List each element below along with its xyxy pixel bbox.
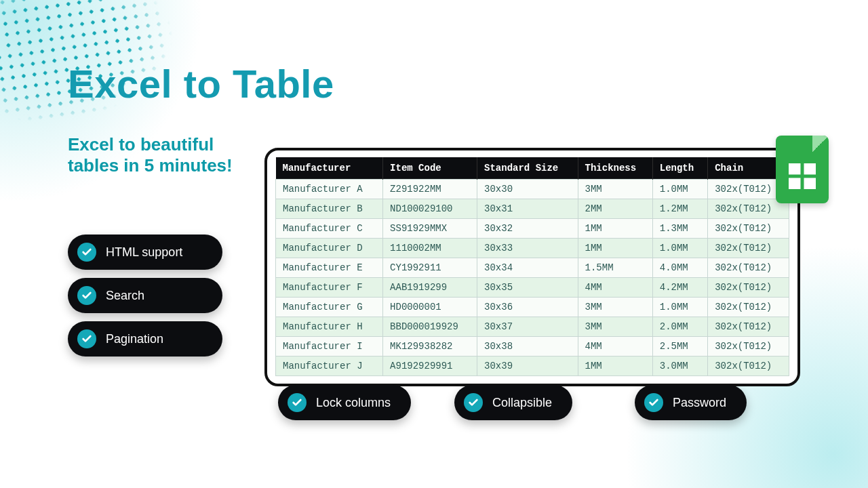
- table-cell: 1.5MM: [578, 258, 652, 278]
- table-row: Manufacturer AZ291922MM30x303MM1.0MM302x…: [276, 180, 789, 199]
- table-cell: 1.3MM: [652, 219, 707, 239]
- feature-pill-html: HTML support: [68, 235, 222, 270]
- table-cell: 302x(T012): [708, 337, 789, 357]
- table-cell: Manufacturer F: [276, 278, 383, 298]
- table-cell: 1.0MM: [652, 298, 707, 317]
- check-icon: [644, 393, 663, 412]
- table-cell: 30x38: [477, 337, 578, 357]
- table-row: Manufacturer ECY199291130x341.5MM4.0MM30…: [276, 258, 789, 278]
- table-cell: HD0000001: [383, 298, 477, 317]
- check-icon: [464, 393, 483, 412]
- table-row: Manufacturer FAAB191929930x354MM4.2MM302…: [276, 278, 789, 298]
- table-head: Manufacturer Item Code Standard Size Thi…: [276, 157, 789, 180]
- table-cell: 1MM: [578, 219, 652, 239]
- check-icon: [288, 393, 307, 412]
- table-cell: 30x35: [477, 278, 578, 298]
- table-cell: Z291922MM: [383, 180, 477, 199]
- col-header: Standard Size: [477, 157, 578, 180]
- table-cell: MK129938282: [383, 337, 477, 357]
- table-cell: CY1992911: [383, 258, 477, 278]
- table-cell: Manufacturer D: [276, 239, 383, 258]
- table-cell: Manufacturer C: [276, 219, 383, 239]
- table-cell: 1MM: [578, 239, 652, 258]
- col-header: Thickness: [578, 157, 652, 180]
- table-cell: 302x(T012): [708, 317, 789, 337]
- table-cell: 1.0MM: [652, 180, 707, 199]
- check-icon: [77, 329, 96, 348]
- page-title: Excel to Table: [68, 61, 334, 106]
- table-row: Manufacturer CSS91929MMX30x321MM1.3MM302…: [276, 219, 789, 239]
- table-cell: 2.0MM: [652, 317, 707, 337]
- table-cell: 30x37: [477, 317, 578, 337]
- check-icon: [77, 286, 96, 305]
- table-cell: Manufacturer H: [276, 317, 383, 337]
- col-header: Length: [652, 157, 707, 180]
- feature-label: Search: [106, 289, 144, 303]
- table-cell: Manufacturer A: [276, 180, 383, 199]
- table-row: Manufacturer HBBD00001992930x373MM2.0MM3…: [276, 317, 789, 337]
- feature-label: Password: [673, 396, 726, 410]
- table-cell: 30x39: [477, 357, 578, 376]
- table-body: Manufacturer AZ291922MM30x303MM1.0MM302x…: [276, 180, 789, 376]
- table-cell: 302x(T012): [708, 258, 789, 278]
- table-cell: 4.0MM: [652, 258, 707, 278]
- col-header: Item Code: [383, 157, 477, 180]
- col-header: Manufacturer: [276, 157, 383, 180]
- table-cell: Manufacturer G: [276, 298, 383, 317]
- table-cell: 4MM: [578, 337, 652, 357]
- table-cell: 302x(T012): [708, 298, 789, 317]
- table-cell: Manufacturer J: [276, 357, 383, 376]
- feature-label: Collapsible: [492, 396, 552, 410]
- table-cell: 4MM: [578, 278, 652, 298]
- table-cell: 1.2MM: [652, 199, 707, 219]
- page-subtitle: Excel to beautiful tables in 5 minutes!: [68, 134, 244, 176]
- table-cell: ND100029100: [383, 199, 477, 219]
- table-cell: 1MM: [578, 357, 652, 376]
- table-cell: Manufacturer E: [276, 258, 383, 278]
- feature-pill-search: Search: [68, 278, 222, 313]
- table-cell: 3MM: [578, 180, 652, 199]
- table-cell: 30x33: [477, 239, 578, 258]
- table-cell: AAB1919299: [383, 278, 477, 298]
- table-cell: 302x(T012): [708, 199, 789, 219]
- feature-pill-lock-columns: Lock columns: [278, 385, 411, 420]
- table-cell: 3.0MM: [652, 357, 707, 376]
- spreadsheet-icon: [776, 136, 829, 203]
- table-cell: SS91929MMX: [383, 219, 477, 239]
- check-icon: [77, 243, 96, 262]
- table-cell: 3MM: [578, 298, 652, 317]
- table-row: Manufacturer GHD000000130x363MM1.0MM302x…: [276, 298, 789, 317]
- table-cell: A9192929991: [383, 357, 477, 376]
- table-cell: BBD000019929: [383, 317, 477, 337]
- table-cell: 1.0MM: [652, 239, 707, 258]
- table-cell: 30x30: [477, 180, 578, 199]
- table-cell: 3MM: [578, 317, 652, 337]
- table-cell: 302x(T012): [708, 278, 789, 298]
- table-row: Manufacturer BND10002910030x312MM1.2MM30…: [276, 199, 789, 219]
- table-cell: 302x(T012): [708, 357, 789, 376]
- table-cell: 2MM: [578, 199, 652, 219]
- table-frame: Manufacturer Item Code Standard Size Thi…: [264, 148, 800, 386]
- feature-pill-pagination: Pagination: [68, 321, 222, 357]
- table-cell: 4.2MM: [652, 278, 707, 298]
- table-cell: 2.5MM: [652, 337, 707, 357]
- table-row: Manufacturer IMK12993828230x384MM2.5MM30…: [276, 337, 789, 357]
- table-cell: 302x(T012): [708, 239, 789, 258]
- table-cell: 30x34: [477, 258, 578, 278]
- table-cell: 30x31: [477, 199, 578, 219]
- table-cell: 30x32: [477, 219, 578, 239]
- table-row: Manufacturer JA919292999130x391MM3.0MM30…: [276, 357, 789, 376]
- table-cell: Manufacturer I: [276, 337, 383, 357]
- feature-label: Pagination: [106, 332, 163, 346]
- feature-pill-collapsible: Collapsible: [454, 385, 572, 420]
- table-cell: 1110002MM: [383, 239, 477, 258]
- table-cell: Manufacturer B: [276, 199, 383, 219]
- feature-label: Lock columns: [316, 396, 391, 410]
- table-cell: 302x(T012): [708, 219, 789, 239]
- data-table: Manufacturer Item Code Standard Size Thi…: [275, 157, 789, 376]
- feature-pill-password: Password: [635, 385, 747, 420]
- table-row: Manufacturer D1110002MM30x331MM1.0MM302x…: [276, 239, 789, 258]
- feature-label: HTML support: [106, 245, 182, 260]
- table-cell: 30x36: [477, 298, 578, 317]
